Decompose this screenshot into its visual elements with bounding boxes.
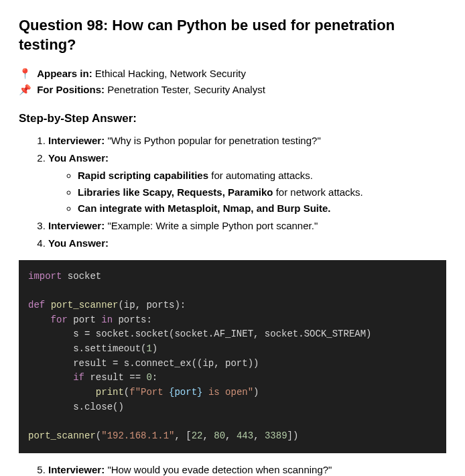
you-answer-label: You Answer:	[48, 237, 109, 249]
code-token: s.close()	[73, 402, 124, 412]
code-token: result = s.connect_ex((ip, port))	[73, 358, 259, 369]
code-token: 0	[146, 372, 151, 383]
answer-steps-cont: Interviewer: "How would you evade detect…	[19, 463, 446, 476]
bullet-rest: for automating attacks.	[208, 170, 313, 181]
step-2: You Answer: Rapid scripting capabilities…	[48, 151, 446, 216]
step-1: Interviewer: "Why is Python popular for …	[48, 133, 446, 148]
bullet-integrate: Can integrate with Metasploit, Nmap, and…	[78, 201, 446, 216]
code-token: is open"	[202, 387, 253, 398]
code-token: (	[124, 387, 129, 398]
code-token: result ==	[90, 372, 146, 383]
code-token: for	[51, 314, 68, 325]
code-token: port	[73, 314, 96, 325]
appears-in-row: 📍 Appears in: Ethical Hacking, Network S…	[19, 66, 446, 81]
code-token: ,	[253, 430, 265, 441]
code-token: print	[96, 387, 124, 398]
code-token: socket	[68, 271, 101, 282]
bullet-libraries: Libraries like Scapy, Requests, Paramiko…	[78, 185, 446, 200]
code-token: in	[101, 314, 113, 325]
answer-heading: Step-by-Step Answer:	[19, 111, 446, 127]
interviewer-label: Interviewer:	[48, 464, 105, 475]
code-token: port_scanner	[51, 300, 119, 310]
code-token: (ip, ports):	[118, 300, 186, 310]
positions-row: 📌 For Positions: Penetration Tester, Sec…	[19, 82, 446, 97]
code-token: s = socket.socket(socket.AF_INET, socket…	[73, 329, 371, 339]
pushpin-icon: 📌	[19, 84, 31, 95]
code-token: :	[152, 372, 157, 383]
step-5-text: "How would you evade detection when scan…	[107, 464, 332, 475]
code-token: def	[28, 300, 45, 310]
code-token: import	[28, 271, 62, 282]
code-token: ])	[287, 430, 299, 441]
code-token: {port}	[169, 387, 202, 398]
code-token: (	[96, 430, 101, 441]
code-token: port_scanner	[28, 430, 96, 441]
bullet-bold: Can integrate with Metasploit, Nmap, and…	[78, 202, 331, 214]
step-4: You Answer:	[48, 236, 446, 251]
code-token: 443	[237, 430, 253, 441]
code-block: import socket def port_scanner(ip, ports…	[19, 260, 446, 453]
code-token: 1	[146, 343, 151, 354]
answer-steps: Interviewer: "Why is Python popular for …	[19, 133, 446, 250]
code-token: ,	[225, 430, 237, 441]
code-token: , [	[174, 430, 191, 441]
code-token: s.settimeout(	[73, 343, 146, 354]
pin-icon: 📍	[19, 68, 31, 79]
step-1-text: "Why is Python popular for penetration t…	[107, 135, 320, 146]
positions-value: Penetration Tester, Security Analyst	[107, 84, 265, 95]
code-token: ports:	[118, 314, 151, 325]
step-2-bullets: Rapid scripting capabilities for automat…	[48, 168, 446, 216]
appears-in-label: Appears in:	[37, 68, 92, 79]
bullet-bold: Rapid scripting capabilities	[78, 170, 208, 181]
question-title: Question 98: How can Python be used for …	[19, 16, 446, 54]
code-token: )	[152, 343, 157, 354]
code-token: 80	[214, 430, 225, 441]
code-token: )	[253, 387, 259, 398]
step-5: Interviewer: "How would you evade detect…	[48, 463, 446, 476]
step-3: Interviewer: "Example: Write a simple Py…	[48, 219, 446, 233]
positions-label: For Positions:	[37, 84, 105, 95]
interviewer-label: Interviewer:	[48, 135, 105, 146]
code-token: f"Port	[129, 387, 169, 398]
code-token: 22	[192, 430, 203, 441]
code-token: "192.168.1.1"	[101, 430, 174, 441]
bullet-rapid-scripting: Rapid scripting capabilities for automat…	[78, 168, 446, 183]
bullet-rest: for network attacks.	[273, 186, 363, 198]
appears-in-value: Ethical Hacking, Network Security	[95, 68, 246, 79]
step-3-text: "Example: Write a simple Python port sca…	[107, 220, 318, 231]
code-token: 3389	[265, 430, 287, 441]
interviewer-label: Interviewer:	[48, 220, 105, 231]
bullet-bold: Libraries like Scapy, Requests, Paramiko	[78, 186, 273, 198]
you-answer-label: You Answer:	[48, 152, 109, 164]
code-token: ,	[202, 430, 214, 441]
code-token: if	[73, 372, 84, 383]
